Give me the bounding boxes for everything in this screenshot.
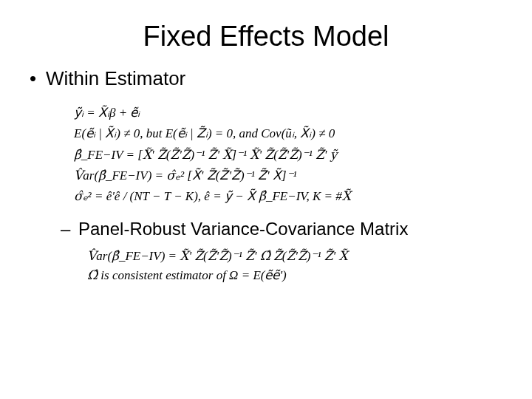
math-line: β̂_FE−IV = [X̃' Z̃(Z̃'Z̃)⁻¹ Z̃' X̃]⁻¹ X̃… (74, 146, 502, 165)
math-line: E(ẽᵢ | X̃ᵢ) ≠ 0, but E(ẽᵢ | Z̃ᵢ) = 0, an… (74, 124, 502, 143)
math-line: V̂ar(β̂_FE−IV) = X̃' Z̃(Z̃'Z̃)⁻¹ Z̃' Ω̂ … (87, 247, 502, 266)
math-block-2: V̂ar(β̂_FE−IV) = X̃' Z̃(Z̃'Z̃)⁻¹ Z̃' Ω̂ … (87, 247, 502, 286)
math-line: V̂ar(β̂_FE−IV) = σ̂ₑ² [X̃' Z̃(Z̃'Z̃)⁻¹ Z… (74, 166, 502, 185)
math-line: Ω̂ is consistent estimator of Ω = E(ẽẽ') (87, 266, 502, 285)
bullet-level-2: –Panel-Robust Variance-Covariance Matrix (61, 219, 502, 239)
math-line: ỹᵢ = X̃ᵢβ + ẽᵢ (74, 103, 502, 123)
bullet1-text: Within Estimator (46, 67, 185, 89)
slide: Fixed Effects Model •Within Estimator ỹᵢ… (0, 0, 532, 399)
bullet-level-1: •Within Estimator (30, 67, 502, 90)
bullet-marker: • (30, 67, 46, 90)
bullet-marker: – (61, 219, 78, 239)
bullet2-text: Panel-Robust Variance-Covariance Matrix (78, 219, 408, 239)
math-block-1: ỹᵢ = X̃ᵢβ + ẽᵢ E(ẽᵢ | X̃ᵢ) ≠ 0, but E(ẽᵢ… (74, 103, 502, 207)
math-line: σ̂ₑ² = ê'ê / (NT − T − K), ê = ỹ − X̃ β̂… (74, 187, 502, 206)
slide-title: Fixed Effects Model (30, 21, 502, 52)
